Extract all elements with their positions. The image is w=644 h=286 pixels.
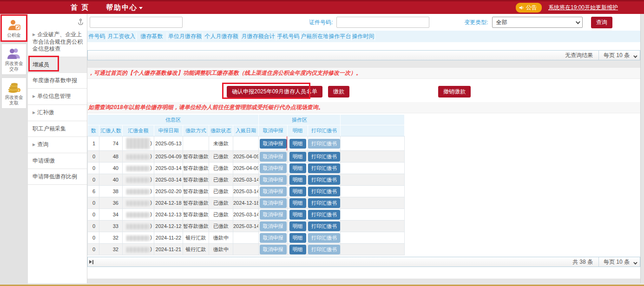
page-size-select[interactable]: 每页 10 条 xyxy=(604,52,640,59)
query-button[interactable]: 查询 xyxy=(591,17,612,28)
cell-num: 0 xyxy=(88,232,99,244)
remit-row: 638)2025-02-20暂存款缴款已缴款2025-03-14取消申报明细打印… xyxy=(88,186,405,197)
cell-declare-date: 2025-04-09 xyxy=(154,151,183,162)
cell-print: 打印汇缴书 xyxy=(308,151,341,162)
menu-item-query[interactable]: ▶查询 xyxy=(28,137,87,153)
cell-entry-date: 2024-12-18 xyxy=(233,197,259,209)
remit-row: 174)2025-05-13未缴款取消申报明细打印汇缴书 xyxy=(88,136,405,151)
print-remit-button[interactable]: 打印汇缴书 xyxy=(308,175,340,185)
notice-history-query: 如需查询2018年以前单位缴存明细，请单位经办人前往任意管理部或受托银行代办点现… xyxy=(87,102,640,113)
cancel-declare-button[interactable]: 取消申报 xyxy=(260,175,287,185)
redacted-amount xyxy=(126,235,150,241)
cancel-declare-button[interactable]: 取消申报 xyxy=(260,152,287,162)
cell-filler xyxy=(341,244,405,255)
cell-print: 打印汇缴书 xyxy=(308,174,341,186)
menu-item-annual-base-declare[interactable]: 年度缴存基数申报 xyxy=(28,73,87,89)
menu-item-label: 查询 xyxy=(37,141,48,148)
search-form: 证件号码: 变更类型: 全部 查询 xyxy=(87,14,640,31)
detail-button[interactable]: 明细 xyxy=(289,245,306,254)
rail-item-fund-deposit[interactable]: 房改资金交存 xyxy=(1,44,26,75)
cancel-declare-button[interactable]: 取消申报 xyxy=(260,163,287,173)
employee-col-7: 户籍所在地 xyxy=(301,32,329,40)
cell-amount: ) xyxy=(123,174,154,186)
detail-button[interactable]: 明细 xyxy=(289,187,306,196)
nav-home[interactable]: 首 页 xyxy=(71,3,89,12)
rail-item-gongjijin[interactable]: 公积金 xyxy=(1,15,26,41)
detail-button[interactable]: 明细 xyxy=(289,152,306,162)
remit-row: 040)2025-03-14暂存款缴款已缴款2025-04-09取消申报明细打印… xyxy=(88,162,405,174)
print-remit-button[interactable]: 打印汇缴书 xyxy=(308,198,340,208)
cell-detail: 明细 xyxy=(288,221,308,232)
menu-item-label: 增减员 xyxy=(33,61,49,68)
keyword-input[interactable] xyxy=(90,17,183,28)
cell-print: 打印汇缴书 xyxy=(308,162,341,174)
page-scrollbar-gutter[interactable] xyxy=(640,14,644,283)
detail-button[interactable]: 明细 xyxy=(289,175,306,185)
print-remit-button[interactable]: 打印汇缴书 xyxy=(308,210,340,220)
cell-people: 74 xyxy=(99,136,123,151)
print-remit-button[interactable]: 打印汇缴书 xyxy=(308,221,340,231)
anchor-icon[interactable] xyxy=(78,19,84,26)
detail-button[interactable]: 明细 xyxy=(289,221,306,231)
cell-method: 银行汇款 xyxy=(183,232,209,244)
menu-item-unit-info-manage[interactable]: ▶单位信息管理 xyxy=(28,89,87,105)
menu-item-add-remove-employee[interactable]: 增减员 xyxy=(28,57,87,73)
amount-suffix: ) xyxy=(150,246,152,252)
change-type-select[interactable]: 全部 xyxy=(492,17,583,28)
cancel-pay-button[interactable]: 撤销缴款 xyxy=(438,86,471,98)
cancel-declare-button[interactable]: 取消申报 xyxy=(260,139,287,149)
announcement-link[interactable]: 系统将在19:00开始更新维护 xyxy=(548,4,618,12)
nav-help-center[interactable]: 帮助中心 xyxy=(106,3,143,12)
cert-number-input[interactable] xyxy=(336,17,429,28)
cell-cancel: 取消申报 xyxy=(259,136,288,151)
cell-num: 6 xyxy=(88,186,99,197)
skip-to-end-icon[interactable] xyxy=(89,260,93,264)
announcement: 公告 系统将在19:00开始更新维护 xyxy=(516,3,618,13)
cancel-declare-button[interactable]: 取消申报 xyxy=(260,233,287,243)
redacted-amount xyxy=(126,224,150,229)
cancel-declare-button[interactable]: 取消申报 xyxy=(260,187,287,196)
amount-suffix: ) xyxy=(150,234,152,240)
icon-rail: 公积金房改资金交存?房改资金支取 xyxy=(0,15,28,285)
remit-row: 032)2024-11-22银行汇款缴款中取消申报明细打印汇缴书 xyxy=(88,232,405,244)
amount-suffix: ) xyxy=(150,153,152,159)
menu-item-employee-household[interactable]: 职工户籍采集 xyxy=(28,121,87,137)
detail-button[interactable]: 明细 xyxy=(289,233,306,243)
menu-item-enterprise-check[interactable]: ▶企业破产、企业上市合法合规住房公积金信息核查 xyxy=(28,27,87,57)
detail-button[interactable]: 明细 xyxy=(289,198,306,208)
print-remit-button[interactable]: 打印汇缴书 xyxy=(308,233,340,243)
cancel-declare-button[interactable]: 取消申报 xyxy=(260,221,287,231)
cell-detail: 明细 xyxy=(288,232,308,244)
cell-declare-date: 2024-11-21 xyxy=(154,244,183,255)
print-remit-button[interactable]: 打印汇缴书 xyxy=(308,245,340,254)
employee-col-1: 月工资收入 xyxy=(107,32,137,40)
menu-item-label: 申请降低缴存比例 xyxy=(33,173,77,180)
rail-item-fund-withdraw[interactable]: ?房改资金支取 xyxy=(1,78,26,109)
employee-col-2: 缴存基数 xyxy=(137,32,167,40)
print-remit-button[interactable]: 打印汇缴书 xyxy=(308,187,340,196)
detail-button[interactable]: 明细 xyxy=(289,210,306,220)
cell-people: 36 xyxy=(99,197,123,209)
menu-item-apply-defer[interactable]: 申请缓缴 xyxy=(28,153,87,169)
cell-people: 32 xyxy=(99,232,123,244)
cancel-declare-button[interactable]: 取消申报 xyxy=(260,198,287,208)
cell-people: 38 xyxy=(99,186,123,197)
menu-item-apply-lower-ratio[interactable]: 申请降低缴存比例 xyxy=(28,169,87,185)
detail-button[interactable]: 明细 xyxy=(289,163,306,173)
print-remit-button[interactable]: 打印汇缴书 xyxy=(308,163,340,173)
cell-people: 32 xyxy=(99,244,123,255)
pay-button[interactable]: 缴款 xyxy=(328,86,349,98)
print-remit-button[interactable]: 打印汇缴书 xyxy=(308,152,340,162)
confirm-declare-button[interactable]: 确认申报2025年09月缴存人员名单 xyxy=(227,86,322,98)
spacer xyxy=(87,60,640,68)
cell-num: 0 xyxy=(88,174,99,186)
rail-item-label: 房改资金支取 xyxy=(2,95,26,106)
cancel-declare-button[interactable]: 取消申报 xyxy=(260,245,287,254)
detail-button[interactable]: 明细 xyxy=(289,139,306,149)
col-detail: 明细 xyxy=(288,125,308,136)
menu-item-label: 年度缴存基数申报 xyxy=(33,77,77,84)
menu-item-remit-supplement[interactable]: ▶汇补缴 xyxy=(28,105,87,121)
cancel-declare-button[interactable]: 取消申报 xyxy=(260,210,287,220)
print-remit-button[interactable]: 打印汇缴书 xyxy=(308,139,340,149)
page-size-select[interactable]: 每页 10 条 xyxy=(604,258,640,266)
